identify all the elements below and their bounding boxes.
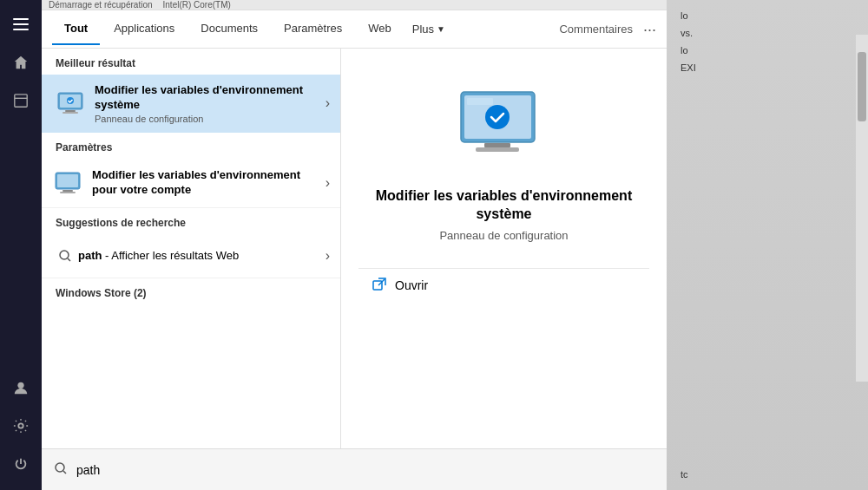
home-icon[interactable] [3, 45, 38, 80]
sidebar [0, 0, 42, 490]
more-options-button[interactable]: ··· [643, 22, 656, 37]
best-result-item[interactable]: Modifier les variables d'environnement s… [42, 75, 340, 133]
suggestion-arrow: › [326, 248, 330, 264]
search-bottom-icon [54, 461, 68, 479]
detail-subtitle: Panneau de configuration [439, 229, 568, 242]
svg-rect-14 [62, 190, 73, 192]
scrollbar[interactable] [856, 35, 868, 382]
best-result-text: Modifier les variables d'environnement s… [95, 83, 319, 124]
suggestion-suffix: - Afficher les résultats Web [102, 249, 239, 262]
param-text: Modifier les variables d'environnement p… [92, 168, 319, 198]
svg-rect-9 [65, 110, 76, 112]
tabs-bar: Tout Applications Documents Paramètres W… [42, 10, 667, 49]
best-result-arrow: › [326, 95, 330, 111]
svg-rect-22 [484, 143, 510, 147]
tab-parametres[interactable]: Paramètres [272, 13, 354, 45]
param-title: Modifier les variables d'environnement p… [92, 168, 319, 198]
top-strip-text1: Démarrage et récupération [49, 0, 153, 10]
param-icon [52, 167, 83, 199]
search-sidebar-icon[interactable] [3, 83, 38, 118]
svg-point-6 [18, 423, 23, 428]
menu-icon[interactable] [3, 7, 38, 42]
right-strip: lo vs. lo EXI tc [667, 0, 868, 490]
detail-open-action[interactable]: Ouvrir [358, 268, 649, 303]
svg-point-16 [60, 251, 69, 259]
right-item-3: lo [667, 42, 868, 59]
param-item[interactable]: Modifier les variables d'environnement p… [42, 159, 340, 208]
search-bar [42, 448, 667, 490]
right-item-5: tc [667, 466, 868, 483]
suggestion-text: path - Afficher les résultats Web [78, 249, 319, 262]
detail-action-label: Ouvrir [395, 278, 428, 292]
svg-point-26 [56, 463, 64, 472]
best-result-icon [55, 88, 86, 119]
chevron-down-icon: ▼ [437, 24, 445, 34]
svg-line-27 [63, 471, 66, 474]
svg-line-17 [68, 258, 70, 261]
power-icon[interactable] [3, 447, 38, 481]
tab-tout[interactable]: Tout [52, 13, 100, 45]
scrollbar-thumb[interactable] [858, 52, 866, 121]
svg-point-21 [485, 105, 510, 129]
svg-rect-20 [467, 98, 493, 105]
right-item-4: EXI [667, 59, 868, 76]
tab-web[interactable]: Web [356, 13, 404, 45]
settings-icon[interactable] [3, 408, 38, 443]
svg-rect-13 [57, 174, 78, 187]
results-panel: Meilleur résultat Modifier les [42, 49, 341, 490]
search-input[interactable] [76, 463, 654, 477]
param-arrow: › [326, 175, 330, 191]
svg-rect-23 [476, 147, 519, 152]
svg-rect-2 [13, 29, 29, 30]
tabs-right: Commentaires ··· [559, 22, 656, 37]
svg-point-5 [17, 382, 23, 389]
search-suggestion-icon [52, 243, 78, 269]
parametres-label: Paramètres [42, 133, 340, 159]
content-area: Meilleur résultat Modifier les [42, 49, 667, 490]
windows-store-label: Windows Store (2) [42, 278, 340, 304]
tab-plus[interactable]: Plus ▼ [405, 14, 452, 44]
svg-rect-1 [13, 23, 29, 25]
taskbar-background: lo vs. lo EXI tc [667, 0, 868, 490]
right-strip-items: lo vs. lo EXI [667, 0, 868, 83]
svg-rect-15 [60, 192, 76, 193]
best-result-label: Meilleur résultat [42, 49, 340, 75]
suggestion-keyword: path [78, 249, 102, 262]
svg-rect-3 [15, 95, 27, 107]
detail-title: Modifier les variables d'environnement s… [358, 187, 649, 224]
best-result-title: Modifier les variables d'environnement s… [95, 83, 319, 113]
detail-panel: Modifier les variables d'environnement s… [341, 49, 667, 490]
suggestion-item[interactable]: path - Afficher les résultats Web › [42, 234, 340, 278]
right-item-1: lo [667, 7, 868, 24]
suggestions-label: Suggestions de recherche [42, 208, 340, 234]
svg-point-11 [67, 97, 74, 104]
person-icon[interactable] [3, 370, 38, 405]
main-panel: Démarrage et récupération Intel(R) Core(… [42, 0, 667, 490]
tab-documents[interactable]: Documents [188, 13, 270, 45]
svg-rect-10 [62, 112, 78, 114]
commentaires-button[interactable]: Commentaires [559, 23, 633, 36]
best-result-subtitle: Panneau de configuration [95, 114, 319, 124]
top-strip: Démarrage et récupération Intel(R) Core(… [42, 0, 667, 10]
detail-icon-area [452, 83, 556, 170]
svg-rect-0 [13, 18, 29, 20]
right-bottom-text: tc [667, 466, 868, 483]
top-strip-text2: Intel(R) Core(TM) [163, 0, 231, 10]
tab-applications[interactable]: Applications [102, 13, 187, 45]
right-item-2: vs. [667, 24, 868, 42]
open-external-icon [372, 278, 386, 294]
sidebar-bottom [3, 370, 38, 490]
